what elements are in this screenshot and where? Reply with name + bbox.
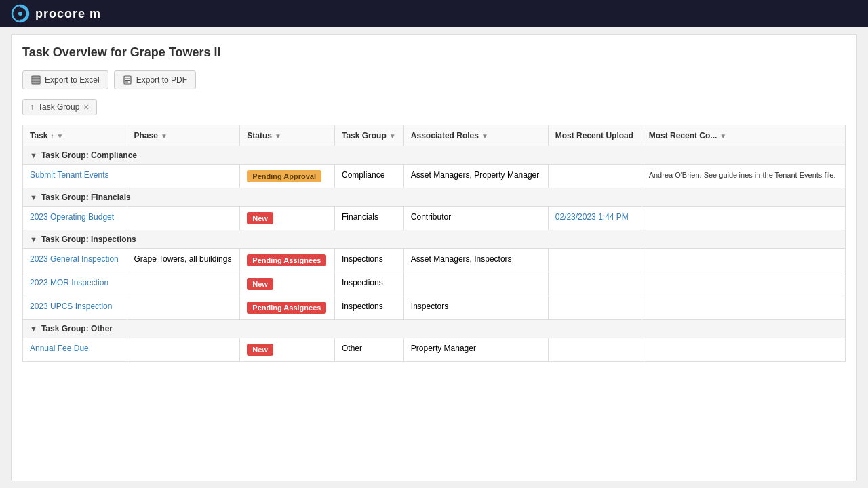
status-cell: Pending Assignees [240, 296, 335, 320]
table-row: 2023 UPCS InspectionPending AssigneesIns… [23, 296, 846, 320]
most-recent-comment-cell [642, 249, 845, 272]
table-group-header[interactable]: ▼Task Group: Inspections [23, 230, 846, 249]
table-row: Submit Tenant EventsPending ApprovalComp… [23, 165, 846, 188]
associated-roles-cell: Contributor [403, 207, 548, 230]
group-chevron-icon: ▼ [30, 325, 37, 333]
associated-roles-filter-icon[interactable]: ▼ [481, 132, 488, 140]
associated-roles-cell [403, 272, 548, 296]
status-cell: New [240, 272, 335, 296]
col-header-task[interactable]: Task ↑ ▼ [23, 125, 127, 146]
status-cell: New [240, 207, 335, 230]
task-link[interactable]: 2023 MOR Inspection [30, 278, 108, 287]
procore-icon [11, 4, 30, 23]
phase-filter-icon[interactable]: ▼ [161, 132, 167, 140]
svg-point-1 [18, 12, 22, 16]
table-group-header[interactable]: ▼Task Group: Financials [23, 188, 846, 207]
task-group-cell: Inspections [334, 296, 403, 320]
col-header-task-group[interactable]: Task Group ▼ [334, 125, 403, 146]
col-header-associated-roles[interactable]: Associated Roles ▼ [403, 125, 548, 146]
excel-icon [31, 75, 41, 85]
pdf-icon [123, 75, 132, 85]
col-header-status[interactable]: Status ▼ [240, 125, 335, 146]
toolbar: Export to Excel Export to PDF [22, 70, 846, 89]
task-link[interactable]: 2023 Operating Budget [30, 212, 114, 222]
table-row: Annual Fee DueNewOtherProperty Manager [23, 338, 846, 362]
status-cell: New [240, 338, 335, 362]
export-pdf-button[interactable]: Export to PDF [114, 70, 196, 89]
export-excel-button[interactable]: Export to Excel [22, 70, 108, 89]
col-task-label: Task [30, 131, 47, 140]
associated-roles-cell: Asset Managers, Inspectors [403, 249, 548, 272]
task-link[interactable]: 2023 General Inspection [30, 254, 119, 264]
phase-cell [127, 338, 240, 362]
most-recent-upload-cell: 02/23/2023 1:44 PM [548, 207, 642, 230]
page-title: Task Overview for Grape Towers II [22, 45, 846, 60]
status-cell: Pending Approval [240, 165, 335, 188]
filter-bar: ↑ Task Group × [22, 99, 846, 115]
phase-cell [127, 272, 240, 296]
task-sort-icon: ↑ [50, 132, 54, 140]
col-header-most-recent-comment[interactable]: Most Recent Co... ▼ [642, 125, 845, 146]
status-badge: Pending Approval [247, 170, 321, 182]
filter-arrow-icon: ↑ [30, 102, 34, 112]
table-row: 2023 MOR InspectionNewInspections [23, 272, 846, 296]
most-recent-upload-cell [548, 165, 642, 188]
col-most-recent-comment-label: Most Recent Co... [649, 131, 717, 140]
main-container: Task Overview for Grape Towers II Export… [11, 34, 857, 481]
status-cell: Pending Assignees [240, 249, 335, 272]
phase-cell: Grape Towers, all buildings [127, 249, 240, 272]
associated-roles-cell: Asset Managers, Property Manager [403, 165, 548, 188]
table-group-header[interactable]: ▼Task Group: Other [23, 320, 846, 338]
col-status-label: Status [247, 131, 272, 140]
comment-text: Andrea O'Brien: See guidelines in the Te… [649, 171, 836, 179]
phase-cell [127, 296, 240, 320]
most-recent-comment-cell [642, 296, 845, 320]
status-badge: Pending Assignees [247, 254, 326, 266]
task-link[interactable]: Annual Fee Due [30, 344, 89, 353]
group-chevron-icon: ▼ [30, 235, 37, 243]
table-row: 2023 Operating BudgetNewFinancialsContri… [23, 207, 846, 230]
most-recent-upload-cell [548, 249, 642, 272]
most-recent-upload-cell [548, 338, 642, 362]
logo-container: procore m [11, 4, 101, 23]
col-associated-roles-label: Associated Roles [411, 131, 479, 140]
status-badge: New [247, 278, 273, 290]
col-most-recent-upload-label: Most Recent Upload [555, 131, 633, 140]
table-group-header[interactable]: ▼Task Group: Compliance [23, 146, 846, 165]
phase-cell [127, 165, 240, 188]
status-filter-icon[interactable]: ▼ [275, 132, 281, 140]
filter-pill-label: Task Group [38, 102, 79, 112]
col-task-group-label: Task Group [342, 131, 387, 140]
most-recent-comment-filter-icon[interactable]: ▼ [719, 132, 726, 140]
col-phase-label: Phase [134, 131, 158, 140]
table-row: 2023 General InspectionGrape Towers, all… [23, 249, 846, 272]
group-chevron-icon: ▼ [30, 193, 37, 201]
task-group-cell: Financials [334, 207, 403, 230]
task-group-filter-icon[interactable]: ▼ [389, 132, 396, 140]
group-header-label: Task Group: Other [41, 324, 113, 333]
task-table: Task ↑ ▼ Phase ▼ Status ▼ [22, 125, 846, 362]
task-link[interactable]: Submit Tenant Events [30, 170, 109, 180]
task-group-cell: Inspections [334, 272, 403, 296]
task-filter-icon[interactable]: ▼ [56, 132, 63, 140]
export-excel-label: Export to Excel [45, 75, 100, 85]
logo-text: procore m [35, 7, 101, 21]
task-link[interactable]: 2023 UPCS Inspection [30, 302, 112, 311]
most-recent-upload-cell [548, 296, 642, 320]
group-header-label: Task Group: Inspections [41, 235, 136, 244]
group-header-label: Task Group: Financials [41, 192, 131, 202]
group-header-label: Task Group: Compliance [41, 150, 137, 160]
task-group-cell: Other [334, 338, 403, 362]
most-recent-comment-cell [642, 272, 845, 296]
navbar: procore m [0, 0, 868, 27]
phase-cell [127, 207, 240, 230]
group-chevron-icon: ▼ [30, 151, 37, 159]
table-header-row: Task ↑ ▼ Phase ▼ Status ▼ [23, 125, 846, 146]
col-header-phase[interactable]: Phase ▼ [127, 125, 240, 146]
task-group-cell: Inspections [334, 249, 403, 272]
filter-pill-close-button[interactable]: × [83, 102, 89, 112]
export-pdf-label: Export to PDF [136, 75, 187, 85]
filter-pill-task-group[interactable]: ↑ Task Group × [22, 99, 97, 115]
most-recent-upload-cell [548, 272, 642, 296]
most-recent-comment-cell [642, 338, 845, 362]
